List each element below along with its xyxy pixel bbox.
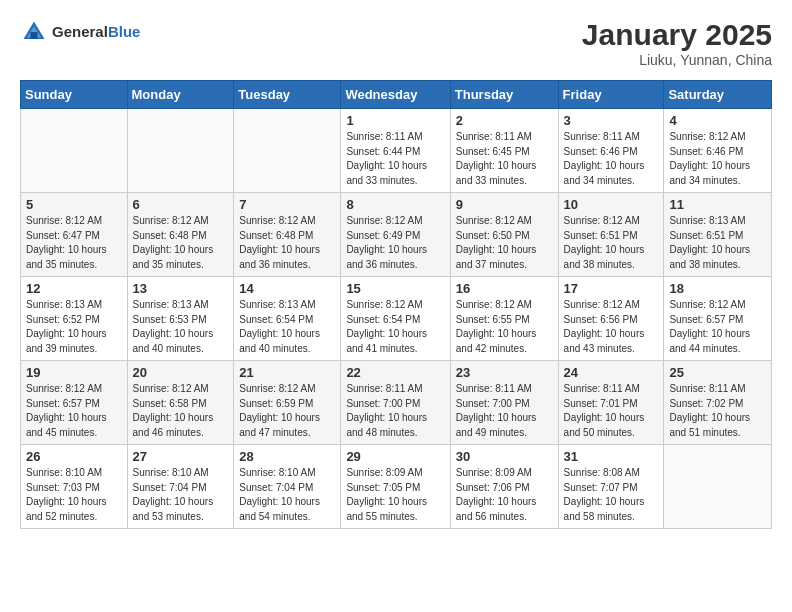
day-info: Sunrise: 8:09 AM Sunset: 7:06 PM Dayligh… [456, 466, 553, 524]
day-info: Sunrise: 8:12 AM Sunset: 6:55 PM Dayligh… [456, 298, 553, 356]
logo-text: GeneralBlue [52, 23, 140, 41]
day-number: 10 [564, 197, 659, 212]
table-row: 23Sunrise: 8:11 AM Sunset: 7:00 PM Dayli… [450, 361, 558, 445]
month-title: January 2025 [582, 18, 772, 52]
table-row: 7Sunrise: 8:12 AM Sunset: 6:48 PM Daylig… [234, 193, 341, 277]
day-info: Sunrise: 8:12 AM Sunset: 6:48 PM Dayligh… [239, 214, 335, 272]
page: GeneralBlue January 2025 Liuku, Yunnan, … [0, 0, 792, 547]
table-row: 16Sunrise: 8:12 AM Sunset: 6:55 PM Dayli… [450, 277, 558, 361]
day-number: 15 [346, 281, 444, 296]
day-info: Sunrise: 8:11 AM Sunset: 7:02 PM Dayligh… [669, 382, 766, 440]
table-row: 22Sunrise: 8:11 AM Sunset: 7:00 PM Dayli… [341, 361, 450, 445]
day-info: Sunrise: 8:08 AM Sunset: 7:07 PM Dayligh… [564, 466, 659, 524]
table-row: 1Sunrise: 8:11 AM Sunset: 6:44 PM Daylig… [341, 109, 450, 193]
table-row: 20Sunrise: 8:12 AM Sunset: 6:58 PM Dayli… [127, 361, 234, 445]
day-info: Sunrise: 8:10 AM Sunset: 7:04 PM Dayligh… [239, 466, 335, 524]
table-row: 14Sunrise: 8:13 AM Sunset: 6:54 PM Dayli… [234, 277, 341, 361]
table-row: 28Sunrise: 8:10 AM Sunset: 7:04 PM Dayli… [234, 445, 341, 529]
day-info: Sunrise: 8:11 AM Sunset: 7:01 PM Dayligh… [564, 382, 659, 440]
day-info: Sunrise: 8:12 AM Sunset: 6:54 PM Dayligh… [346, 298, 444, 356]
day-number: 3 [564, 113, 659, 128]
col-tuesday: Tuesday [234, 81, 341, 109]
day-number: 17 [564, 281, 659, 296]
table-row: 8Sunrise: 8:12 AM Sunset: 6:49 PM Daylig… [341, 193, 450, 277]
day-info: Sunrise: 8:10 AM Sunset: 7:03 PM Dayligh… [26, 466, 122, 524]
calendar: Sunday Monday Tuesday Wednesday Thursday… [20, 80, 772, 529]
title-area: January 2025 Liuku, Yunnan, China [582, 18, 772, 68]
table-row: 9Sunrise: 8:12 AM Sunset: 6:50 PM Daylig… [450, 193, 558, 277]
day-info: Sunrise: 8:12 AM Sunset: 6:51 PM Dayligh… [564, 214, 659, 272]
day-number: 19 [26, 365, 122, 380]
day-info: Sunrise: 8:12 AM Sunset: 6:49 PM Dayligh… [346, 214, 444, 272]
day-info: Sunrise: 8:12 AM Sunset: 6:46 PM Dayligh… [669, 130, 766, 188]
day-info: Sunrise: 8:11 AM Sunset: 6:45 PM Dayligh… [456, 130, 553, 188]
day-number: 21 [239, 365, 335, 380]
day-number: 13 [133, 281, 229, 296]
table-row: 15Sunrise: 8:12 AM Sunset: 6:54 PM Dayli… [341, 277, 450, 361]
calendar-week-row: 12Sunrise: 8:13 AM Sunset: 6:52 PM Dayli… [21, 277, 772, 361]
day-info: Sunrise: 8:09 AM Sunset: 7:05 PM Dayligh… [346, 466, 444, 524]
table-row: 24Sunrise: 8:11 AM Sunset: 7:01 PM Dayli… [558, 361, 664, 445]
day-info: Sunrise: 8:10 AM Sunset: 7:04 PM Dayligh… [133, 466, 229, 524]
day-number: 20 [133, 365, 229, 380]
col-thursday: Thursday [450, 81, 558, 109]
calendar-week-row: 1Sunrise: 8:11 AM Sunset: 6:44 PM Daylig… [21, 109, 772, 193]
day-number: 18 [669, 281, 766, 296]
day-info: Sunrise: 8:13 AM Sunset: 6:54 PM Dayligh… [239, 298, 335, 356]
day-number: 5 [26, 197, 122, 212]
day-number: 31 [564, 449, 659, 464]
day-number: 9 [456, 197, 553, 212]
day-number: 4 [669, 113, 766, 128]
table-row: 25Sunrise: 8:11 AM Sunset: 7:02 PM Dayli… [664, 361, 772, 445]
day-info: Sunrise: 8:11 AM Sunset: 6:46 PM Dayligh… [564, 130, 659, 188]
table-row: 5Sunrise: 8:12 AM Sunset: 6:47 PM Daylig… [21, 193, 128, 277]
table-row: 4Sunrise: 8:12 AM Sunset: 6:46 PM Daylig… [664, 109, 772, 193]
table-row: 21Sunrise: 8:12 AM Sunset: 6:59 PM Dayli… [234, 361, 341, 445]
location: Liuku, Yunnan, China [582, 52, 772, 68]
day-info: Sunrise: 8:13 AM Sunset: 6:53 PM Dayligh… [133, 298, 229, 356]
calendar-week-row: 26Sunrise: 8:10 AM Sunset: 7:03 PM Dayli… [21, 445, 772, 529]
logo: GeneralBlue [20, 18, 140, 46]
day-info: Sunrise: 8:12 AM Sunset: 6:47 PM Dayligh… [26, 214, 122, 272]
day-number: 27 [133, 449, 229, 464]
day-info: Sunrise: 8:12 AM Sunset: 6:58 PM Dayligh… [133, 382, 229, 440]
table-row: 19Sunrise: 8:12 AM Sunset: 6:57 PM Dayli… [21, 361, 128, 445]
day-number: 24 [564, 365, 659, 380]
calendar-week-row: 19Sunrise: 8:12 AM Sunset: 6:57 PM Dayli… [21, 361, 772, 445]
table-row: 31Sunrise: 8:08 AM Sunset: 7:07 PM Dayli… [558, 445, 664, 529]
day-number: 26 [26, 449, 122, 464]
day-number: 23 [456, 365, 553, 380]
day-info: Sunrise: 8:13 AM Sunset: 6:52 PM Dayligh… [26, 298, 122, 356]
day-number: 6 [133, 197, 229, 212]
day-number: 12 [26, 281, 122, 296]
col-friday: Friday [558, 81, 664, 109]
table-row: 12Sunrise: 8:13 AM Sunset: 6:52 PM Dayli… [21, 277, 128, 361]
table-row: 2Sunrise: 8:11 AM Sunset: 6:45 PM Daylig… [450, 109, 558, 193]
col-monday: Monday [127, 81, 234, 109]
day-info: Sunrise: 8:13 AM Sunset: 6:51 PM Dayligh… [669, 214, 766, 272]
table-row [234, 109, 341, 193]
table-row: 6Sunrise: 8:12 AM Sunset: 6:48 PM Daylig… [127, 193, 234, 277]
svg-rect-2 [31, 32, 38, 39]
day-number: 16 [456, 281, 553, 296]
day-number: 29 [346, 449, 444, 464]
day-number: 8 [346, 197, 444, 212]
table-row: 30Sunrise: 8:09 AM Sunset: 7:06 PM Dayli… [450, 445, 558, 529]
table-row [127, 109, 234, 193]
day-info: Sunrise: 8:11 AM Sunset: 6:44 PM Dayligh… [346, 130, 444, 188]
day-info: Sunrise: 8:11 AM Sunset: 7:00 PM Dayligh… [456, 382, 553, 440]
calendar-header-row: Sunday Monday Tuesday Wednesday Thursday… [21, 81, 772, 109]
table-row [21, 109, 128, 193]
table-row: 18Sunrise: 8:12 AM Sunset: 6:57 PM Dayli… [664, 277, 772, 361]
table-row: 17Sunrise: 8:12 AM Sunset: 6:56 PM Dayli… [558, 277, 664, 361]
col-sunday: Sunday [21, 81, 128, 109]
table-row: 10Sunrise: 8:12 AM Sunset: 6:51 PM Dayli… [558, 193, 664, 277]
day-info: Sunrise: 8:12 AM Sunset: 6:59 PM Dayligh… [239, 382, 335, 440]
col-wednesday: Wednesday [341, 81, 450, 109]
day-number: 30 [456, 449, 553, 464]
logo-blue: Blue [108, 23, 141, 40]
header: GeneralBlue January 2025 Liuku, Yunnan, … [20, 18, 772, 68]
day-info: Sunrise: 8:12 AM Sunset: 6:57 PM Dayligh… [26, 382, 122, 440]
day-info: Sunrise: 8:12 AM Sunset: 6:56 PM Dayligh… [564, 298, 659, 356]
table-row: 26Sunrise: 8:10 AM Sunset: 7:03 PM Dayli… [21, 445, 128, 529]
